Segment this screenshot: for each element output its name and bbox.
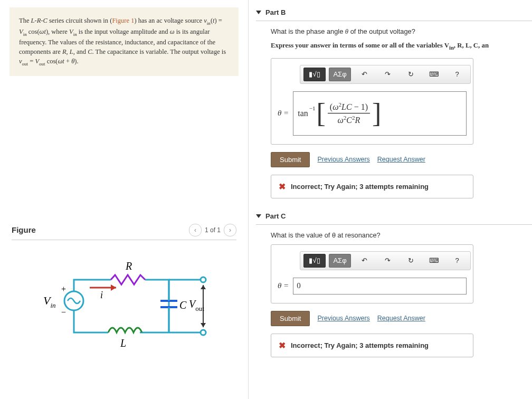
part-c-lhs: θ =: [278, 281, 289, 290]
part-b-answer-panel: ▮√▯ ΑΣφ ↶ ↷ ↻ ⌨ ? θ = tan −1 [: [271, 58, 473, 145]
incorrect-icon: ✖: [279, 182, 286, 192]
part-b-header[interactable]: Part B: [256, 5, 532, 21]
toolbar-redo[interactable]: ↷: [377, 68, 397, 81]
svg-text:C: C: [179, 299, 187, 311]
part-c-answer-panel: ▮√▯ ΑΣφ ↶ ↷ ↻ ⌨ ? θ = 0: [271, 244, 473, 303]
figure-divider: [12, 240, 236, 240]
figure-pager: ‹ 1 of 1 ›: [189, 224, 236, 236]
toolbar-help[interactable]: ?: [447, 254, 467, 268]
part-c-question: What is the value of θ at resonance?: [271, 231, 532, 239]
part-c-prev-answers[interactable]: Previous Answers: [317, 315, 369, 322]
part-b-prev-answers[interactable]: Previous Answers: [317, 156, 369, 163]
toolbar-keyboard[interactable]: ⌨: [424, 68, 444, 81]
part-b-toolbar: ▮√▯ ΑΣφ ↶ ↷ ↻ ⌨ ?: [300, 65, 471, 84]
toolbar-templates[interactable]: ▮√▯: [303, 254, 326, 268]
pager-position: 1 of 1: [205, 226, 221, 234]
part-b-request-answer[interactable]: Request Answer: [377, 156, 425, 163]
svg-text:R: R: [125, 260, 132, 272]
toolbar-templates[interactable]: ▮√▯: [303, 68, 326, 81]
circuit-diagram: + − Vin R i C: [12, 256, 236, 367]
problem-statement: The L-R-C series circuit shown in (Figur…: [10, 7, 239, 76]
pager-prev[interactable]: ‹: [189, 224, 202, 236]
svg-text:Vin: Vin: [43, 294, 56, 309]
part-b: Part B What is the phase angle θ of the …: [256, 5, 532, 198]
column-divider: [248, 0, 249, 399]
svg-text:Vout: Vout: [189, 298, 204, 312]
part-c: Part C What is the value of θ at resonan…: [256, 209, 532, 357]
part-c-feedback: ✖ Incorrect; Try Again; 3 attempts remai…: [271, 334, 473, 357]
part-c-header[interactable]: Part C: [256, 209, 532, 225]
part-b-submit[interactable]: Submit: [271, 152, 310, 167]
svg-text:L: L: [120, 337, 126, 349]
toolbar-help[interactable]: ?: [447, 68, 467, 81]
part-c-submit[interactable]: Submit: [271, 311, 310, 326]
part-b-answer-input[interactable]: tan −1 [ (ω2LC − 1) ω2C2R ]: [293, 91, 467, 136]
toolbar-undo[interactable]: ↶: [354, 254, 374, 268]
part-c-toolbar: ▮√▯ ΑΣφ ↶ ↷ ↻ ⌨ ?: [300, 251, 471, 270]
part-b-question: What is the phase angle θ of the output …: [271, 27, 532, 36]
collapse-icon: [256, 214, 261, 218]
part-b-instruct: Express your answer in terms of some or …: [271, 41, 532, 51]
toolbar-reset[interactable]: ↻: [401, 68, 421, 81]
pager-next[interactable]: ›: [224, 224, 236, 236]
svg-text:i: i: [100, 290, 103, 300]
part-c-title: Part C: [265, 212, 286, 220]
toolbar-greek[interactable]: ΑΣφ: [329, 68, 351, 81]
toolbar-redo[interactable]: ↷: [377, 254, 397, 268]
svg-point-0: [201, 277, 206, 282]
incorrect-icon: ✖: [279, 340, 286, 350]
part-b-feedback: ✖ Incorrect; Try Again; 3 attempts remai…: [271, 175, 473, 198]
figure-title: Figure: [12, 225, 36, 234]
part-b-lhs: θ =: [278, 109, 289, 118]
part-b-title: Part B: [265, 8, 286, 16]
svg-text:−: −: [61, 308, 66, 317]
toolbar-greek[interactable]: ΑΣφ: [329, 254, 351, 268]
collapse-icon: [256, 11, 261, 14]
toolbar-keyboard[interactable]: ⌨: [424, 254, 444, 268]
part-c-answer-input[interactable]: 0: [293, 278, 467, 294]
svg-text:+: +: [61, 284, 66, 293]
part-c-request-answer[interactable]: Request Answer: [377, 315, 425, 322]
toolbar-undo[interactable]: ↶: [354, 68, 374, 81]
svg-point-1: [201, 330, 206, 335]
toolbar-reset[interactable]: ↻: [401, 254, 421, 268]
